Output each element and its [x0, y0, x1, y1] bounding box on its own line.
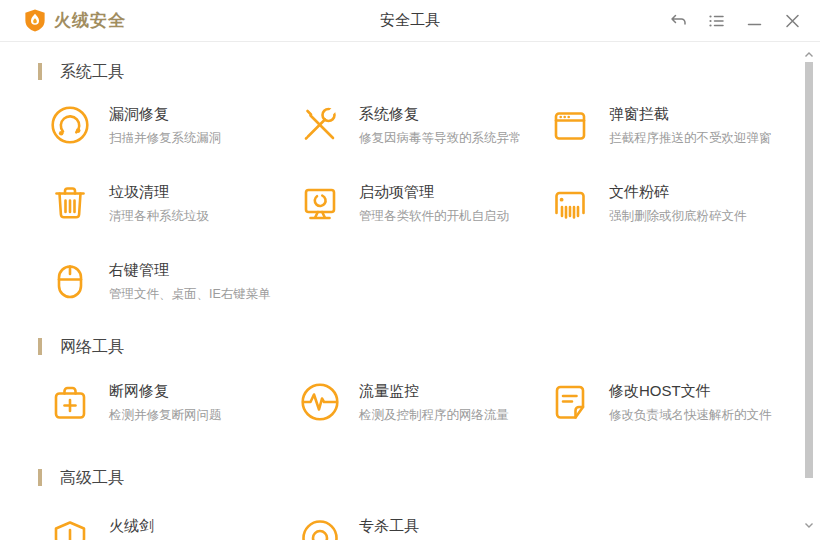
section-network-tools: 网络工具 断网修复 检测并修复断网问题 [38, 337, 820, 432]
popup-window-icon [548, 103, 592, 147]
scroll-down-icon[interactable] [804, 520, 814, 530]
tool-card-traffic-monitor[interactable]: 流量监控 检测及控制程序的网络流量 [298, 380, 548, 432]
tool-card-popup-blocker[interactable]: 弹窗拦截 拦截程序推送的不受欢迎弹窗 [548, 103, 798, 155]
pulse-monitor-icon [298, 380, 342, 424]
section-accent-bar [38, 63, 42, 80]
tool-card-host-file[interactable]: 修改HOST文件 修改负责域名快速解析的文件 [548, 380, 798, 432]
mouse-icon [48, 259, 92, 303]
section-system-tools: 系统工具 漏洞修复 扫描并修复系统漏洞 [38, 62, 820, 311]
tool-name: 右键管理 [109, 260, 271, 279]
tool-card-file-shredder[interactable]: 文件粉碎 强制删除或彻底粉碎文件 [548, 181, 798, 233]
tool-desc: 检测及控制程序的网络流量 [359, 407, 509, 424]
section-accent-bar [38, 469, 42, 486]
tool-name: 修改HOST文件 [609, 381, 772, 400]
tool-name: 火绒剑 [109, 516, 154, 535]
back-arrow-icon[interactable] [670, 12, 687, 29]
section-advanced-tools: 高级工具 火绒剑 [38, 468, 820, 540]
tool-card-right-click-manager[interactable]: 右键管理 管理文件、桌面、IE右键菜单 [48, 259, 298, 311]
tool-grid: 断网修复 检测并修复断网问题 流量监控 检测及控制程序的网络流量 [48, 380, 820, 432]
section-title-label: 网络工具 [60, 337, 124, 356]
tool-name: 垃圾清理 [109, 182, 209, 201]
trash-icon [48, 181, 92, 225]
tool-desc: 清理各种系统垃圾 [109, 208, 209, 225]
tool-card-huorong-sword[interactable]: 火绒剑 [48, 515, 298, 540]
scrollbar [804, 44, 814, 536]
tool-name: 流量监控 [359, 381, 509, 400]
tool-desc: 管理文件、桌面、IE右键菜单 [109, 286, 271, 303]
minimize-icon[interactable] [746, 12, 763, 29]
section-title-label: 系统工具 [60, 62, 124, 81]
section-header: 网络工具 [38, 337, 820, 356]
tools-panel: 系统工具 漏洞修复 扫描并修复系统漏洞 [0, 62, 820, 540]
menu-list-icon[interactable] [708, 12, 725, 29]
tool-grid: 漏洞修复 扫描并修复系统漏洞 系统修复 修复因病毒等导致的系统异 [48, 103, 820, 311]
tool-card-special-kill[interactable]: 专杀工具 [298, 515, 548, 540]
app-name: 火绒安全 [54, 9, 126, 32]
huorong-shield-logo-icon [24, 8, 46, 33]
tool-name: 弹窗拦截 [609, 104, 772, 123]
scroll-up-icon[interactable] [804, 50, 814, 60]
tool-desc: 检测并修复断网问题 [109, 407, 222, 424]
tool-desc: 扫描并修复系统漏洞 [109, 130, 222, 147]
app-logo: 火绒安全 [24, 8, 126, 33]
tool-card-junk-clean[interactable]: 垃圾清理 清理各种系统垃圾 [48, 181, 298, 233]
tool-name: 启动项管理 [359, 182, 509, 201]
tool-card-system-repair[interactable]: 系统修复 修复因病毒等导致的系统异常 [298, 103, 548, 155]
tool-desc: 拦截程序推送的不受欢迎弹窗 [609, 130, 772, 147]
tool-name: 断网修复 [109, 381, 222, 400]
tool-desc: 修复因病毒等导致的系统异常 [359, 130, 522, 147]
tool-desc: 管理各类软件的开机自启动 [359, 208, 509, 225]
tool-card-vulnerability-fix[interactable]: 漏洞修复 扫描并修复系统漏洞 [48, 103, 298, 155]
title-bar: 火绒安全 安全工具 [0, 0, 820, 42]
first-aid-kit-icon [48, 380, 92, 424]
target-circle-icon [298, 515, 342, 540]
close-icon[interactable] [784, 12, 801, 29]
window-controls [670, 12, 801, 29]
tool-grid: 火绒剑 专杀工具 [48, 515, 820, 540]
section-title-label: 高级工具 [60, 468, 124, 487]
scrollbar-thumb[interactable] [805, 62, 813, 478]
vulnerability-patch-icon [48, 103, 92, 147]
tool-name: 漏洞修复 [109, 104, 222, 123]
tool-card-network-repair[interactable]: 断网修复 检测并修复断网问题 [48, 380, 298, 432]
repair-tools-icon [298, 103, 342, 147]
tool-desc: 强制删除或彻底粉碎文件 [609, 208, 747, 225]
section-header: 高级工具 [38, 468, 820, 487]
tool-card-startup-manager[interactable]: 启动项管理 管理各类软件的开机自启动 [298, 181, 548, 233]
section-accent-bar [38, 338, 42, 355]
tool-name: 系统修复 [359, 104, 522, 123]
shredder-icon [548, 181, 592, 225]
shield-sword-icon [48, 515, 92, 540]
section-header: 系统工具 [38, 62, 820, 81]
host-file-icon [548, 380, 592, 424]
tool-desc: 修改负责域名快速解析的文件 [609, 407, 772, 424]
tool-name: 专杀工具 [359, 516, 419, 535]
monitor-startup-icon [298, 181, 342, 225]
tool-name: 文件粉碎 [609, 182, 747, 201]
